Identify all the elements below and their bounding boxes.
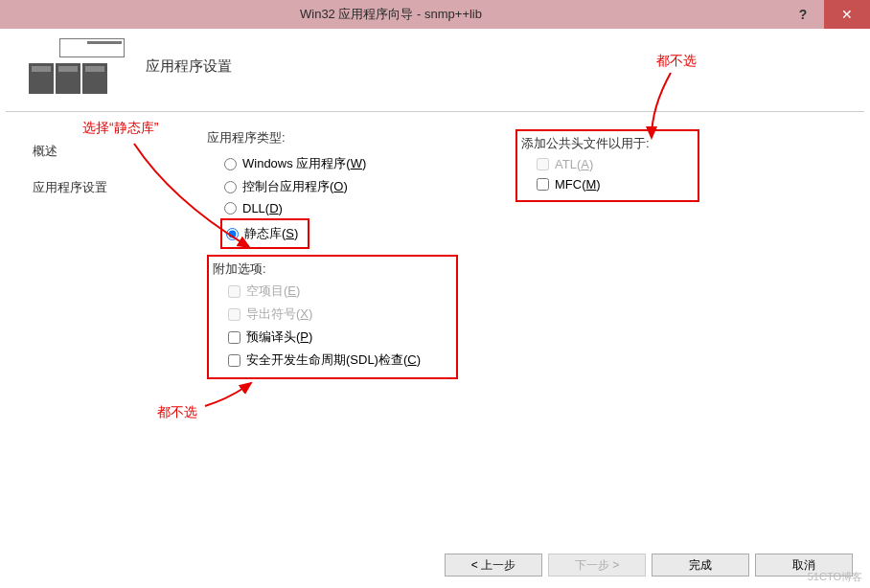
finish-button[interactable]: 完成 <box>652 554 749 577</box>
check-export-symbols: 导出符号(X) <box>211 303 452 326</box>
app-type-label: 应用程序类型: <box>207 129 458 147</box>
back-button[interactable]: < 上一步 <box>445 554 542 577</box>
radio-dll-input[interactable] <box>224 202 237 215</box>
window-title: Win32 应用程序向导 - snmp++lib <box>0 6 782 23</box>
radio-windows-app-input[interactable] <box>224 158 237 170</box>
page-title: 应用程序设置 <box>146 57 232 76</box>
sidebar: 概述 应用程序设置 <box>6 112 207 581</box>
header-files-label: 添加公共头文件以用于: <box>521 135 694 152</box>
radio-static-lib-input[interactable] <box>226 228 239 240</box>
highlight-static-lib: 静态库(S) <box>220 218 309 249</box>
check-precompiled-header[interactable]: 预编译头(P) <box>211 326 452 349</box>
check-export-symbols-input <box>228 308 240 321</box>
check-atl-input <box>537 158 549 170</box>
check-mfc-input[interactable] <box>537 178 549 191</box>
check-atl: ATL(A) <box>519 154 694 174</box>
radio-console-app[interactable]: 控制台应用程序(O) <box>207 175 458 198</box>
footer-buttons: < 上一步 下一步 > 完成 取消 <box>445 554 853 577</box>
help-button[interactable]: ? <box>782 0 824 29</box>
highlight-additional-options: 附加选项: 空项目(E) 导出符号(X) 预编译头(P) 安全开发生命周期(SD… <box>207 255 458 379</box>
sidebar-item-overview[interactable]: 概述 <box>33 139 207 164</box>
watermark: 51CTO博客 <box>808 570 862 584</box>
wizard-header: 应用程序设置 <box>6 29 864 112</box>
check-empty-project: 空项目(E) <box>211 280 452 303</box>
titlebar: Win32 应用程序向导 - snmp++lib ? ✕ <box>0 0 870 29</box>
radio-static-lib[interactable]: 静态库(S) <box>222 222 298 245</box>
check-precompiled-header-input[interactable] <box>228 331 240 344</box>
close-button[interactable]: ✕ <box>824 0 870 29</box>
highlight-header-files: 添加公共头文件以用于: ATL(A) MFC(M) <box>515 129 699 202</box>
check-sdl-input[interactable] <box>228 354 240 367</box>
add-opts-label: 附加选项: <box>213 260 452 278</box>
check-empty-project-input <box>228 285 240 298</box>
wizard-icon <box>29 38 125 94</box>
radio-dll[interactable]: DLL(D) <box>207 198 458 218</box>
next-button: 下一步 > <box>548 554 646 577</box>
radio-windows-app[interactable]: Windows 应用程序(W) <box>207 152 458 175</box>
sidebar-item-settings[interactable]: 应用程序设置 <box>33 175 207 200</box>
radio-console-app-input[interactable] <box>224 181 237 193</box>
check-mfc[interactable]: MFC(M) <box>519 174 694 194</box>
check-sdl[interactable]: 安全开发生命周期(SDL)检查(C) <box>211 349 452 372</box>
